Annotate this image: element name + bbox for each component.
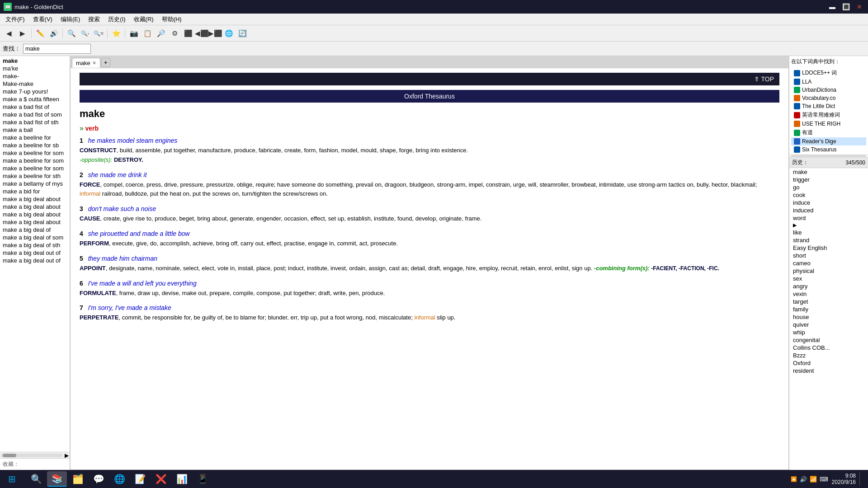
word-list-item[interactable]: make a bid for <box>0 188 70 195</box>
menu-search[interactable]: 搜索 <box>85 14 104 24</box>
history-item[interactable]: whip <box>789 328 868 336</box>
word-list-item[interactable]: make a big deal about <box>0 203 70 211</box>
dict-item-useright[interactable]: USE THE RIGH <box>791 120 866 128</box>
history-item[interactable]: family <box>789 305 868 313</box>
tab-make[interactable]: make ✕ <box>72 58 100 68</box>
history-item[interactable]: angry <box>789 282 868 290</box>
taskbar-wechat-app[interactable]: 💬 <box>89 471 108 487</box>
word-list-item[interactable]: ma'ke <box>0 65 70 72</box>
scroll-thumb[interactable] <box>3 454 16 457</box>
show-desktop-button[interactable] <box>859 472 862 486</box>
word-list-item[interactable]: make a beeline for som <box>0 149 70 157</box>
history-item[interactable]: short <box>789 252 868 259</box>
menu-view[interactable]: 查看(V) <box>29 14 56 24</box>
dict-item-youdao[interactable]: 有道 <box>791 128 866 137</box>
history-item[interactable]: trigger <box>789 176 868 183</box>
history-item[interactable]: Collins COB... <box>789 344 868 352</box>
word-list-item[interactable]: make 7-up yours! <box>0 88 70 95</box>
taskbar-browser-app[interactable]: 🌐 <box>109 471 129 487</box>
dict-item-urban[interactable]: UrbanDictiona <box>791 86 866 94</box>
taskbar-app2[interactable]: 📱 <box>193 471 212 487</box>
scan2-button[interactable]: 📋 <box>141 27 154 40</box>
translate-button[interactable]: 🌐 <box>222 27 235 40</box>
network-icon[interactable]: 📶 <box>810 476 817 483</box>
word-list-item[interactable]: make- <box>0 72 70 80</box>
start-button[interactable]: ⊞ <box>3 472 21 486</box>
refresh-button[interactable]: 🔄 <box>236 27 249 40</box>
history-item[interactable]: induce <box>789 199 868 206</box>
word-list-item[interactable]: make a beeline for som <box>0 157 70 164</box>
scan4-button[interactable]: ⚙ <box>168 27 181 40</box>
history-item-arrow[interactable]: ▶ <box>789 222 868 229</box>
menu-edit[interactable]: 编辑(E) <box>57 14 84 24</box>
bookmark-button[interactable]: ⭐ <box>110 27 123 40</box>
word-list-item[interactable]: make a ball <box>0 126 70 134</box>
history-item[interactable]: Easy English <box>789 244 868 252</box>
word-list-item[interactable]: make a big deal of <box>0 226 70 234</box>
taskbar-files-app[interactable]: 🗂️ <box>68 471 88 487</box>
word-list-item[interactable]: make a beeline for <box>0 134 70 141</box>
word-list-item[interactable]: make a beeline for sb <box>0 141 70 149</box>
word-list-item[interactable]: make a big deal out of <box>0 249 70 257</box>
history-item[interactable]: make <box>789 168 868 176</box>
audio-button[interactable]: 🔊 <box>47 27 60 40</box>
history-item[interactable]: congenital <box>789 336 868 344</box>
word-list-item[interactable]: Make-make <box>0 80 70 88</box>
taskbar-search-icon[interactable]: 🔍 <box>26 471 46 487</box>
dict-item-ldoce[interactable]: LDOCE5++ 词 <box>791 68 866 78</box>
word-list-item[interactable]: make a bad fist of <box>0 103 70 111</box>
zoom-out-button[interactable]: 🔍- <box>79 27 91 40</box>
minimize-button[interactable]: ▬ <box>827 2 837 12</box>
dict-item-six[interactable]: Six Thesaurus <box>791 145 866 154</box>
word-list-item-make[interactable]: make <box>0 57 70 65</box>
history-item[interactable]: target <box>789 298 868 305</box>
word-list-item[interactable]: make a big deal of som <box>0 234 70 241</box>
keyboard-icon[interactable]: ⌨ <box>820 476 828 483</box>
word-list-item[interactable]: make a bad fist of som <box>0 111 70 118</box>
zoom-reset-button[interactable]: 🔍= <box>92 27 105 40</box>
content-scroll[interactable]: ⇑ TOP Oxford Thesaurus make » verb 1 he … <box>70 68 789 470</box>
word-list-item[interactable]: make a beeline for som <box>0 164 70 172</box>
history-item[interactable]: resident <box>789 367 868 375</box>
scroll-right-btn[interactable]: ▶ <box>65 452 69 459</box>
history-item[interactable]: cameo <box>789 259 868 267</box>
taskbar-excel-app[interactable]: 📊 <box>172 471 192 487</box>
history-item[interactable]: like <box>789 229 868 236</box>
edit-button[interactable]: ✏️ <box>34 27 47 40</box>
history-item[interactable]: house <box>789 313 868 321</box>
nav1-button[interactable]: ⬛ <box>182 27 194 40</box>
history-item[interactable]: Bzzz <box>789 352 868 359</box>
volume-icon[interactable]: 🔊 <box>800 476 807 483</box>
taskbar-app1[interactable]: ❌ <box>151 471 171 487</box>
word-list-item[interactable]: make a big deal about <box>0 195 70 203</box>
maximize-button[interactable]: 🔳 <box>841 2 851 12</box>
menu-help[interactable]: 帮助(H) <box>158 14 185 24</box>
history-item[interactable]: Oxford <box>789 359 868 367</box>
scan3-button[interactable]: 🔎 <box>155 27 167 40</box>
word-list-item[interactable]: make a big deal out of <box>0 257 70 264</box>
taskbar-clock[interactable]: 9:08 2020/9/16 <box>832 473 856 485</box>
history-item[interactable]: go <box>789 183 868 191</box>
back-button[interactable]: ◀ <box>3 27 15 40</box>
dict-item-little[interactable]: The Little Dict <box>791 102 866 110</box>
add-tab-button[interactable]: + <box>101 58 110 67</box>
taskbar-word-app[interactable]: 📝 <box>130 471 150 487</box>
zoom-in-button[interactable]: 🔍 <box>65 27 78 40</box>
history-item[interactable]: strand <box>789 236 868 244</box>
menu-bookmarks[interactable]: 收藏(R) <box>130 14 157 24</box>
history-item[interactable]: cook <box>789 191 868 199</box>
word-list-item[interactable]: make a bellamy of mys <box>0 180 70 188</box>
dict-item-lla[interactable]: LLA <box>791 78 866 86</box>
dict-item-chinese[interactable]: 英语常用难难词 <box>791 110 866 120</box>
history-item[interactable]: sex <box>789 275 868 282</box>
menu-history[interactable]: 历史(I) <box>104 14 129 24</box>
top-button[interactable]: ⇑ TOP <box>754 75 774 83</box>
history-item[interactable]: induced <box>789 206 868 214</box>
nav2-button[interactable]: ◀⬛ <box>195 27 208 40</box>
history-item[interactable]: physical <box>789 267 868 275</box>
word-list-item[interactable]: make a big deal about <box>0 218 70 226</box>
dict-item-vocab[interactable]: Vocabulary.co <box>791 94 866 102</box>
word-list-item[interactable]: make a beeline for sth <box>0 172 70 180</box>
forward-button[interactable]: ▶ <box>16 27 29 40</box>
taskbar-dict-app[interactable]: 📚 <box>47 471 67 487</box>
